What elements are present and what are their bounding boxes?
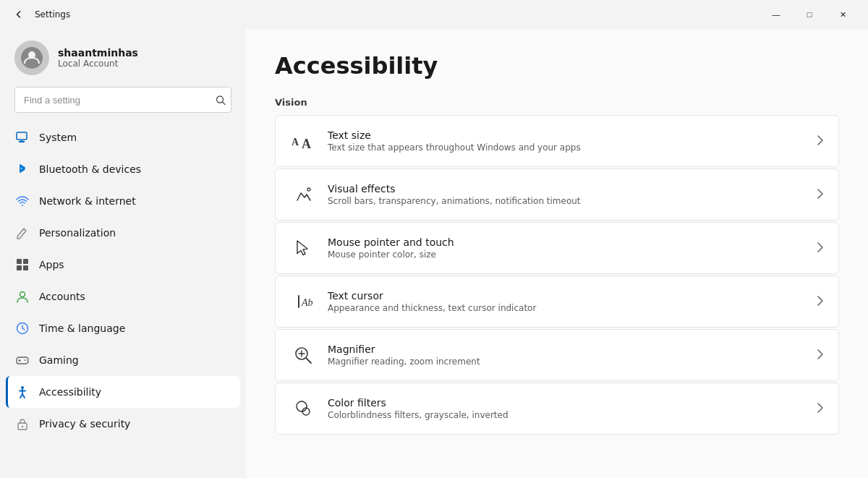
sidebar-label-time: Time & language (39, 323, 125, 334)
main-content: Accessibility Vision A A Text size Text … (246, 29, 868, 478)
text-cursor-chevron (817, 295, 824, 309)
color-filters-title: Color filters (328, 397, 805, 409)
svg-rect-9 (17, 265, 22, 270)
sidebar-item-time[interactable]: Time & language (6, 312, 240, 344)
sidebar-label-apps: Apps (39, 259, 64, 270)
svg-text:Ab: Ab (301, 297, 313, 308)
sidebar-label-gaming: Gaming (39, 354, 79, 366)
text-cursor-desc: Appearance and thickness, text cursor in… (328, 303, 805, 313)
avatar-icon (21, 47, 43, 69)
app-title: Settings (35, 9, 70, 20)
svg-point-29 (307, 188, 310, 191)
settings-item-text-size[interactable]: A A Text size Text size that appears thr… (275, 115, 839, 167)
titlebar: Settings — □ ✕ (0, 0, 868, 29)
network-icon (14, 193, 30, 209)
window-controls: — □ ✕ (760, 3, 859, 26)
svg-point-26 (22, 426, 23, 427)
color-filters-desc: Colorblindness filters, grayscale, inver… (328, 410, 805, 420)
mouse-pointer-desc: Mouse pointer color, size (328, 249, 805, 260)
sidebar-label-accessibility: Accessibility (39, 386, 101, 398)
system-icon (14, 129, 30, 145)
svg-point-18 (24, 359, 25, 361)
sidebar-item-accounts[interactable]: Accounts (6, 281, 240, 312)
svg-rect-10 (23, 265, 28, 270)
svg-text:A: A (292, 137, 299, 148)
search-container (0, 84, 246, 119)
avatar (14, 40, 49, 75)
svg-line-14 (22, 328, 25, 330)
svg-line-2 (223, 102, 226, 105)
sidebar-item-bluetooth[interactable]: Bluetooth & devices (6, 153, 240, 185)
color-filters-text: Color filters Colorblindness filters, gr… (328, 397, 805, 420)
back-button[interactable] (9, 4, 29, 25)
maximize-button[interactable]: □ (793, 3, 826, 26)
text-size-title: Text size (328, 129, 805, 141)
text-cursor-title: Text cursor (328, 290, 805, 302)
nav-list: System Bluetooth & devices (0, 119, 246, 478)
text-size-desc: Text size that appears throughout Window… (328, 142, 805, 153)
settings-item-text-cursor[interactable]: Ab Text cursor Appearance and thickness,… (275, 276, 839, 328)
svg-line-33 (306, 358, 311, 363)
privacy-icon (14, 416, 30, 432)
magnifier-desc: Magnifier reading, zoom increment (328, 357, 805, 367)
svg-point-19 (25, 359, 27, 361)
personalization-icon (14, 225, 30, 241)
text-size-icon: A A (290, 128, 316, 154)
settings-item-magnifier[interactable]: Magnifier Magnifier reading, zoom increm… (275, 329, 839, 381)
sidebar-label-system: System (39, 132, 77, 143)
magnifier-text: Magnifier Magnifier reading, zoom increm… (328, 343, 805, 367)
color-filters-chevron (817, 402, 824, 416)
close-button[interactable]: ✕ (826, 3, 859, 26)
svg-rect-7 (17, 259, 22, 264)
search-icon-button[interactable] (216, 95, 226, 108)
settings-item-mouse-pointer[interactable]: Mouse pointer and touch Mouse pointer co… (275, 222, 839, 274)
visual-effects-icon (290, 182, 316, 208)
apps-icon (14, 257, 30, 273)
settings-item-color-filters[interactable]: Color filters Colorblindness filters, gr… (275, 383, 839, 435)
sidebar-item-privacy[interactable]: Privacy & security (6, 408, 240, 440)
sidebar: shaantminhas Local Account (0, 29, 246, 478)
magnifier-title: Magnifier (328, 343, 805, 355)
svg-rect-3 (17, 132, 27, 140)
sidebar-item-network[interactable]: Network & internet (6, 185, 240, 217)
user-account-type: Local Account (58, 59, 138, 69)
accessibility-icon (14, 384, 30, 400)
visual-effects-chevron (817, 188, 824, 202)
sidebar-item-personalization[interactable]: Personalization (6, 217, 240, 249)
sidebar-label-accounts: Accounts (39, 291, 85, 302)
mouse-pointer-icon (290, 235, 316, 261)
page-title: Accessibility (275, 52, 839, 80)
search-input[interactable] (14, 87, 231, 113)
user-profile: shaantminhas Local Account (0, 29, 246, 84)
magnifier-chevron (817, 349, 824, 362)
svg-rect-8 (23, 259, 28, 264)
sidebar-label-personalization: Personalization (39, 227, 116, 239)
sidebar-item-gaming[interactable]: Gaming (6, 344, 240, 376)
visual-effects-title: Visual effects (328, 183, 805, 195)
accounts-icon (14, 289, 30, 304)
sidebar-label-privacy: Privacy & security (39, 418, 130, 430)
section-vision-heading: Vision (275, 97, 839, 108)
gaming-icon (14, 352, 30, 368)
user-info: shaantminhas Local Account (58, 47, 138, 69)
mouse-pointer-chevron (817, 242, 824, 255)
sidebar-label-network: Network & internet (39, 195, 136, 207)
svg-point-6 (22, 205, 23, 206)
magnifier-icon (290, 342, 316, 368)
settings-item-visual-effects[interactable]: Visual effects Scroll bars, transparency… (275, 168, 839, 221)
sidebar-label-bluetooth: Bluetooth & devices (39, 163, 141, 175)
sidebar-item-system[interactable]: System (6, 121, 240, 153)
mouse-pointer-title: Mouse pointer and touch (328, 236, 805, 248)
color-filters-icon (290, 396, 316, 422)
mouse-pointer-text: Mouse pointer and touch Mouse pointer co… (328, 236, 805, 260)
text-size-chevron (817, 135, 824, 148)
settings-list: A A Text size Text size that appears thr… (275, 115, 839, 435)
sidebar-item-apps[interactable]: Apps (6, 249, 240, 281)
bluetooth-icon (14, 161, 30, 177)
svg-point-11 (20, 292, 25, 297)
sidebar-item-accessibility[interactable]: Accessibility (6, 376, 240, 408)
app-body: shaantminhas Local Account (0, 29, 868, 478)
visual-effects-desc: Scroll bars, transparency, animations, n… (328, 196, 805, 206)
svg-line-24 (22, 394, 25, 398)
minimize-button[interactable]: — (760, 3, 793, 26)
